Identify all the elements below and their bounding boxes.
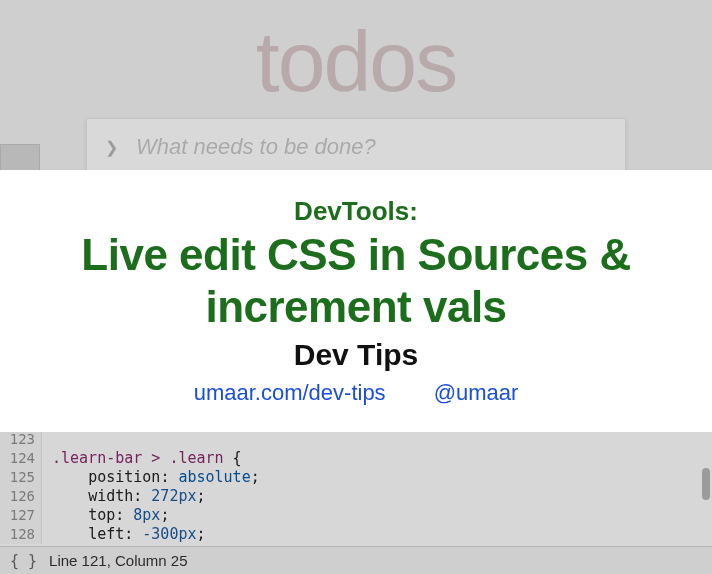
code-line: 127 top: 8px; xyxy=(0,506,712,525)
overlay-links: umaar.com/dev-tips @umaar xyxy=(194,380,519,406)
overlay-link-site[interactable]: umaar.com/dev-tips xyxy=(194,380,386,406)
chevron-down-icon[interactable]: ❯ xyxy=(105,138,118,157)
code-line: 125 position: absolute; xyxy=(0,468,712,487)
line-number: 126 xyxy=(0,487,42,506)
scrollbar-thumb[interactable] xyxy=(702,468,710,500)
sources-editor[interactable]: 123 124 .learn-bar > .learn { 125 positi… xyxy=(0,430,712,574)
pretty-print-icon[interactable]: { } xyxy=(10,552,37,570)
overlay-title: Live edit CSS in Sources & increment val… xyxy=(56,229,656,333)
cursor-position: Line 121, Column 25 xyxy=(49,552,187,569)
code-line: 126 width: 272px; xyxy=(0,487,712,506)
new-todo-input[interactable]: ❯ What needs to be done? xyxy=(86,118,626,176)
editor-status-bar: { } Line 121, Column 25 xyxy=(0,546,712,574)
overlay-link-handle[interactable]: @umaar xyxy=(434,380,519,406)
todos-logo: todos xyxy=(256,18,456,104)
code-line: 128 left: -300px; xyxy=(0,525,712,544)
overlay-kicker: DevTools: xyxy=(294,196,418,227)
new-todo-placeholder: What needs to be done? xyxy=(136,134,376,160)
line-number: 128 xyxy=(0,525,42,544)
line-number: 124 xyxy=(0,449,42,468)
line-number: 123 xyxy=(0,430,42,449)
learn-sidebar-tab[interactable] xyxy=(0,144,40,172)
overlay-subtitle: Dev Tips xyxy=(294,338,419,372)
title-card-overlay: DevTools: Live edit CSS in Sources & inc… xyxy=(0,170,712,432)
code-line: 124 .learn-bar > .learn { xyxy=(0,449,712,468)
line-number: 127 xyxy=(0,506,42,525)
line-number: 125 xyxy=(0,468,42,487)
code-line: 123 xyxy=(0,430,712,449)
